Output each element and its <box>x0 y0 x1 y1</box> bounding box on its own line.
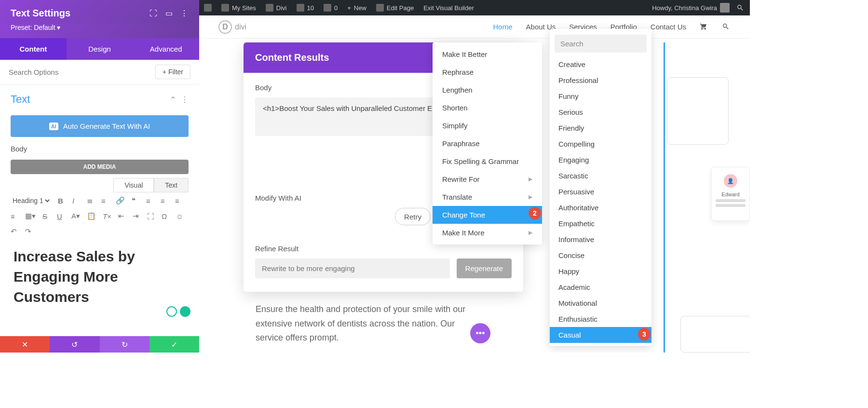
undo-icon[interactable]: ↶ <box>11 227 18 236</box>
indent-icon[interactable]: ⇥ <box>133 212 140 220</box>
chevron-right-icon: ▶ <box>529 176 532 182</box>
tone-motivational[interactable]: Motivational <box>550 295 651 311</box>
redo-icon[interactable]: ↷ <box>25 227 33 236</box>
underline-icon[interactable]: U <box>57 212 65 220</box>
cart-icon[interactable] <box>700 23 708 31</box>
heading-select[interactable]: Heading 1 <box>11 196 51 205</box>
tone-creative[interactable]: Creative <box>550 56 651 72</box>
align-left-icon[interactable]: ≡ <box>146 197 154 205</box>
undo-button[interactable]: ↺ <box>50 336 99 353</box>
search-options-input[interactable] <box>9 68 151 76</box>
dd-translate[interactable]: Translate▶ <box>433 188 542 206</box>
tone-academic[interactable]: Academic <box>550 279 651 295</box>
site-menu[interactable]: Divi <box>261 0 292 15</box>
kebab-icon[interactable]: ⋮ <box>181 95 189 104</box>
outdent-icon[interactable]: ⇤ <box>118 212 126 220</box>
cancel-button[interactable]: ✕ <box>0 336 50 353</box>
wp-logo[interactable] <box>199 0 217 15</box>
admin-search-icon[interactable] <box>734 2 746 14</box>
editor-content[interactable]: Increase Sales by Engaging More Customer… <box>0 240 199 314</box>
auto-generate-ai-button[interactable]: AI Auto Generate Text With AI <box>11 115 189 137</box>
link-icon[interactable]: 🔗 <box>116 196 125 205</box>
dd-make-it-better[interactable]: Make It Better <box>433 45 542 63</box>
dd-lengthen[interactable]: Lengthen <box>433 81 542 99</box>
tab-content[interactable]: Content <box>0 38 67 60</box>
nav-contact[interactable]: Contact Us <box>651 23 686 31</box>
responsive-icon[interactable]: ▭ <box>164 9 173 18</box>
tone-persuasive[interactable]: Persuasive <box>550 184 651 200</box>
text-color-icon[interactable]: A▾ <box>71 212 80 220</box>
add-media-button[interactable]: ADD MEDIA <box>11 160 189 174</box>
text-section-header[interactable]: Text ⌃⋮ <box>0 84 199 110</box>
tab-design[interactable]: Design <box>67 38 133 60</box>
regenerate-button[interactable]: Regenerate <box>457 258 512 278</box>
expand-icon[interactable]: ⛶ <box>149 9 158 18</box>
preset-selector[interactable]: Preset: Default ▾ <box>0 24 199 38</box>
clear-format-icon[interactable]: T× <box>103 212 111 220</box>
quote-icon[interactable]: ❝ <box>132 196 139 205</box>
exit-visual-builder[interactable]: Exit Visual Builder <box>419 0 479 15</box>
strikethrough-icon[interactable]: S <box>42 212 50 220</box>
dd-fix-spelling[interactable]: Fix Spelling & Grammar <box>433 152 542 170</box>
editor-tab-visual[interactable]: Visual <box>113 178 154 192</box>
redo-button[interactable]: ↻ <box>100 336 149 353</box>
dd-make-it-more[interactable]: Make It More▶ <box>433 224 542 242</box>
tone-informative[interactable]: Informative <box>550 231 651 247</box>
emoji-icon[interactable]: ☺ <box>176 212 184 220</box>
tone-friendly[interactable]: Friendly <box>550 120 651 136</box>
grammarly-icon[interactable] <box>180 306 190 317</box>
align-justify-icon[interactable]: ≡ <box>11 212 18 220</box>
tone-professional[interactable]: Professional <box>550 72 651 88</box>
table-icon[interactable]: ▦▾ <box>25 212 36 220</box>
special-char-icon[interactable]: Ω <box>162 212 169 220</box>
new-menu[interactable]: +New <box>342 0 371 15</box>
save-button[interactable]: ✓ <box>149 336 199 353</box>
dd-change-tone[interactable]: Change Tone 2 <box>433 206 542 224</box>
tone-sarcastic[interactable]: Sarcastic <box>550 168 651 184</box>
tone-search-input[interactable]: Search <box>555 35 647 53</box>
tone-compelling[interactable]: Compelling <box>550 136 651 152</box>
text-section-title: Text <box>11 93 30 106</box>
bold-icon[interactable]: B <box>58 197 66 205</box>
site-logo[interactable]: D divi <box>218 20 257 34</box>
retry-button[interactable]: Retry <box>395 208 431 225</box>
italic-icon[interactable]: I <box>72 197 80 205</box>
tone-casual[interactable]: Casual 3 <box>550 327 651 343</box>
comments[interactable]: 0 <box>319 0 342 15</box>
tone-happy[interactable]: Happy <box>550 263 651 279</box>
nav-search-icon[interactable] <box>722 23 731 31</box>
fullscreen-icon[interactable]: ⛶ <box>147 212 155 220</box>
refine-input[interactable] <box>255 258 450 278</box>
person-icon: 👤 <box>724 174 737 188</box>
align-right-icon[interactable]: ≡ <box>175 197 183 205</box>
grammarly-dot-icon[interactable] <box>166 306 177 317</box>
dd-rephrase[interactable]: Rephrase <box>433 63 542 81</box>
editor-tab-text[interactable]: Text <box>154 178 189 192</box>
bullet-list-icon[interactable]: ≣ <box>87 196 95 205</box>
updates[interactable]: 10 <box>292 0 319 15</box>
panel-tabs: Content Design Advanced <box>0 38 199 60</box>
tone-concise[interactable]: Concise <box>550 247 651 263</box>
dd-paraphrase[interactable]: Paraphrase <box>433 135 542 152</box>
edit-page[interactable]: Edit Page <box>371 0 419 15</box>
divi-fab-icon[interactable]: ••• <box>470 323 490 343</box>
howdy-user[interactable]: Howdy, Christina Gwira <box>647 0 734 15</box>
my-sites[interactable]: My Sites <box>217 0 261 15</box>
tone-funny[interactable]: Funny <box>550 88 651 104</box>
chevron-up-icon[interactable]: ⌃ <box>170 95 176 104</box>
tone-authoritative[interactable]: Authoritative <box>550 200 651 216</box>
tone-enthusiastic[interactable]: Enthusiastic <box>550 311 651 327</box>
filter-button[interactable]: +Filter <box>155 65 190 79</box>
kebab-icon[interactable]: ⋮ <box>180 9 189 18</box>
number-list-icon[interactable]: ≡ <box>101 197 109 205</box>
dd-simplify[interactable]: Simplify <box>433 117 542 135</box>
tone-serious[interactable]: Serious <box>550 104 651 120</box>
tab-advanced[interactable]: Advanced <box>133 38 199 60</box>
dd-rewrite-for[interactable]: Rewrite For▶ <box>433 170 542 188</box>
tone-engaging[interactable]: Engaging <box>550 152 651 168</box>
align-center-icon[interactable]: ≡ <box>161 197 168 205</box>
paste-icon[interactable]: 📋 <box>87 212 96 220</box>
nav-home[interactable]: Home <box>493 23 513 31</box>
tone-empathetic[interactable]: Empathetic <box>550 216 651 231</box>
dd-shorten[interactable]: Shorten <box>433 99 542 117</box>
